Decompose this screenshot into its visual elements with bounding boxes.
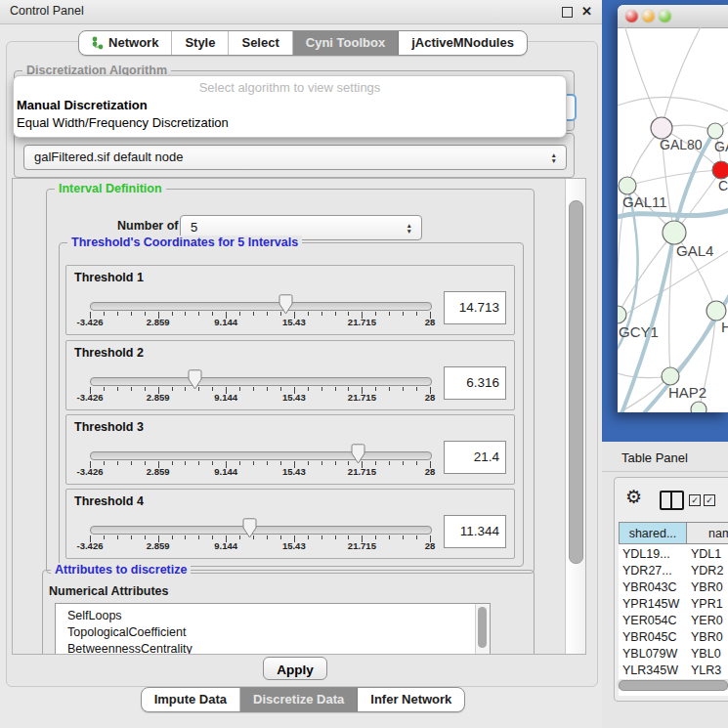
checkbox-icon[interactable]: ✓ bbox=[704, 494, 715, 506]
attribute-list-item[interactable]: TopologicalCoefficient bbox=[56, 624, 490, 641]
minor-tick bbox=[267, 387, 268, 391]
table-row[interactable]: YLR345WYLR3 bbox=[619, 663, 728, 679]
table-cell-shared-name[interactable]: YPR145W bbox=[622, 596, 679, 613]
table-cell-shared-name[interactable]: YDR27... bbox=[622, 563, 672, 579]
slider-thumb[interactable] bbox=[242, 518, 257, 538]
thresholds-group-title: Threshold's Coordinates for 5 Intervals bbox=[67, 236, 302, 249]
table-hscrollbar-thumb[interactable] bbox=[619, 680, 728, 691]
network-node-label: GCY1 bbox=[619, 323, 659, 340]
bottom-tab-infer-network[interactable]: Infer Network bbox=[358, 688, 464, 711]
minimize-traffic-light-icon[interactable] bbox=[642, 10, 655, 22]
network-node-GAL11[interactable] bbox=[619, 177, 636, 194]
network-node-H[interactable] bbox=[707, 301, 726, 321]
network-node-GCY1[interactable] bbox=[618, 306, 626, 323]
table-cell-shared-name[interactable]: YDL19... bbox=[622, 546, 670, 563]
checkbox-icon[interactable]: ✓ bbox=[689, 494, 701, 506]
network-node-GAL4[interactable] bbox=[663, 221, 686, 244]
zoom-traffic-light-icon[interactable] bbox=[659, 10, 671, 22]
network-node-partial-node[interactable] bbox=[691, 402, 707, 412]
table-cell-shared-name[interactable]: YBL079W bbox=[622, 646, 677, 663]
minor-tick bbox=[198, 535, 199, 539]
table-cell-name[interactable]: YBR0 bbox=[691, 579, 723, 596]
table-cell-name[interactable]: YPR1 bbox=[691, 596, 723, 613]
table-cell-name[interactable]: YLR3 bbox=[691, 663, 721, 679]
algorithm-option[interactable]: Equal Width/Frequency Discretization bbox=[17, 115, 229, 130]
list-scrollbar-thumb[interactable] bbox=[478, 607, 487, 648]
settings-scrollbar-thumb[interactable] bbox=[569, 200, 583, 564]
network-node-HAP2[interactable] bbox=[662, 367, 679, 385]
table-header-shared-name[interactable]: shared... bbox=[619, 522, 687, 544]
table-hscrollbar[interactable] bbox=[617, 679, 728, 690]
slider-track[interactable] bbox=[90, 377, 432, 386]
minor-tick bbox=[172, 312, 173, 316]
tab-label: Select bbox=[241, 31, 278, 55]
slider-thumb[interactable] bbox=[351, 444, 365, 464]
network-window-titlebar[interactable] bbox=[618, 5, 728, 28]
apply-button[interactable]: Apply bbox=[263, 657, 327, 680]
list-scrollbar[interactable] bbox=[475, 604, 490, 655]
network-edge[interactable] bbox=[618, 97, 728, 113]
table-row[interactable]: YDR27...YDR2 bbox=[619, 563, 728, 579]
slider-thumb[interactable] bbox=[278, 294, 293, 315]
table-cell-shared-name[interactable]: YBR045C bbox=[622, 629, 677, 646]
table-header-name[interactable]: name bbox=[686, 522, 728, 544]
table-cell-name[interactable]: YER0 bbox=[691, 613, 723, 629]
tab-style[interactable]: Style bbox=[172, 31, 229, 55]
slider-track[interactable] bbox=[90, 302, 432, 311]
bottom-tab-discretize-data[interactable]: Discretize Data bbox=[240, 688, 358, 711]
minor-tick bbox=[280, 461, 281, 465]
table-cell-shared-name[interactable]: YBR043C bbox=[622, 579, 677, 596]
tab-jactivemnodules[interactable]: jActiveMNodules bbox=[399, 31, 527, 55]
table-row[interactable]: YPR145WYPR1 bbox=[619, 596, 728, 613]
slider-thumb[interactable] bbox=[188, 369, 202, 390]
numerical-attributes-list[interactable]: SelfLoopsTopologicalCoefficientBetweenne… bbox=[55, 603, 491, 655]
table-row[interactable]: YBL079WYBL0 bbox=[619, 646, 728, 663]
table-cell-name[interactable]: YBL0 bbox=[691, 646, 721, 663]
network-edge[interactable] bbox=[623, 27, 662, 128]
table-row[interactable]: YBR043CYBR0 bbox=[619, 579, 728, 596]
table-row[interactable]: YER054CYER0 bbox=[619, 613, 728, 629]
threshold-value-field[interactable]: 14.713 bbox=[444, 291, 506, 324]
algorithm-option[interactable]: Manual Discretization bbox=[17, 98, 148, 112]
network-node-red-node[interactable] bbox=[712, 161, 728, 179]
close-icon[interactable]: ✕ bbox=[581, 4, 592, 19]
gear-icon[interactable]: ⚙ bbox=[625, 486, 642, 508]
network-edge[interactable] bbox=[670, 311, 716, 376]
table-data-combo[interactable]: galFiltered.sif default node ▲▼ bbox=[23, 145, 567, 170]
table-cell-shared-name[interactable]: YLR345W bbox=[622, 663, 678, 679]
minor-tick bbox=[308, 312, 309, 316]
table-cell-name[interactable]: YDL1 bbox=[691, 546, 721, 563]
network-node-GAL80[interactable] bbox=[651, 117, 672, 139]
minor-tick bbox=[104, 535, 105, 539]
network-canvas[interactable]: GAL80GACGAL11GAL4GCY1HHAP2 bbox=[618, 27, 728, 412]
slider-track[interactable] bbox=[90, 451, 432, 460]
minor-tick bbox=[375, 312, 376, 316]
minor-tick bbox=[131, 461, 132, 465]
threshold-value-field[interactable]: 11.344 bbox=[444, 515, 506, 548]
tab-network[interactable]: Network bbox=[79, 31, 172, 55]
threshold-value-field[interactable]: 6.316 bbox=[444, 366, 506, 400]
table-cell-shared-name[interactable]: YER054C bbox=[622, 613, 677, 629]
attribute-list-item[interactable]: SelfLoops bbox=[56, 608, 490, 624]
table-row[interactable]: YDL19...YDL1 bbox=[619, 546, 728, 563]
network-edge[interactable] bbox=[627, 170, 721, 186]
table-row[interactable]: YBR045CYBR0 bbox=[619, 629, 728, 646]
network-node-GA[interactable] bbox=[707, 123, 723, 139]
table-cell-name[interactable]: YBR0 bbox=[691, 629, 723, 646]
tick-label: -3.426 bbox=[77, 540, 104, 551]
float-window-icon[interactable] bbox=[562, 7, 573, 18]
stepper-arrows-icon: ▲▼ bbox=[551, 152, 557, 163]
attribute-list-item[interactable]: BetweennessCentrality bbox=[56, 641, 490, 655]
interval-definition-title: Interval Definition bbox=[55, 182, 166, 195]
settings-scrollbar[interactable] bbox=[565, 179, 585, 654]
tab-cyni-toolbox[interactable]: Cyni Toolbox bbox=[293, 31, 399, 55]
table-cell-name[interactable]: YDR2 bbox=[691, 563, 723, 579]
threshold-value-field[interactable]: 21.4 bbox=[444, 441, 506, 474]
tab-select[interactable]: Select bbox=[229, 31, 292, 55]
slider-track[interactable] bbox=[90, 526, 432, 535]
network-edge[interactable] bbox=[662, 27, 704, 128]
minor-tick bbox=[185, 312, 186, 316]
bottom-tab-impute-data[interactable]: Impute Data bbox=[142, 688, 240, 711]
columns-icon[interactable] bbox=[660, 491, 684, 510]
close-traffic-light-icon[interactable] bbox=[625, 10, 638, 22]
